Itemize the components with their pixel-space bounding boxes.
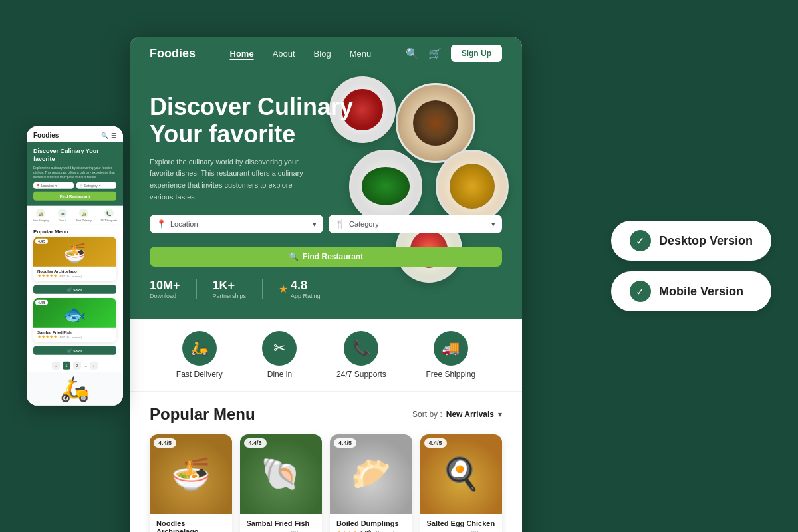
mobile-feature-freeshipping: 🚚 Free Shipping bbox=[33, 209, 49, 222]
mobile-location-select[interactable]: 📍Location▾ bbox=[33, 182, 74, 189]
cart-icon[interactable]: 🛒 bbox=[428, 47, 442, 60]
mobile-add-to-cart-noodles[interactable]: 🛒 $320 bbox=[33, 285, 116, 294]
mobile-card-fish-img: 4.4/5 🐟 bbox=[33, 298, 116, 328]
mobile-header-icons: 🔍 ☰ bbox=[101, 132, 116, 138]
menu-card-noodles[interactable]: 4.4/5 Noodles Archipelago ★★★★★ 4.8/5 30… bbox=[150, 434, 232, 532]
location-chevron: ▾ bbox=[313, 220, 317, 229]
stat-rating: ★ 4.8 App Rating bbox=[279, 279, 321, 299]
chicken-card-name: Salted Egg Chicken bbox=[427, 519, 496, 527]
mobile-freeshipping-icon: 🚚 bbox=[36, 209, 45, 218]
noodles-card-name: Noodles Archipelago bbox=[156, 519, 225, 532]
search-bar: 📍 Location ▾ 🍴 Category ▾ bbox=[150, 215, 502, 233]
features-bar: 🛵 Fast Delivery ✂ Dine in 📞 24/7 Support… bbox=[130, 319, 522, 392]
sort-by-control[interactable]: Sort by : New Arrivals ▾ bbox=[412, 410, 502, 419]
stat-divider-2 bbox=[262, 279, 263, 299]
fast-delivery-label: Fast Delivery bbox=[176, 370, 223, 379]
mobile-pg-next[interactable]: › bbox=[90, 362, 98, 370]
dumplings-card-name: Boiled Dumplings bbox=[336, 519, 406, 527]
mobile-decor: 🛵 bbox=[27, 372, 123, 406]
mobile-version-label: Mobile Version bbox=[659, 285, 743, 299]
stat-divider-1 bbox=[196, 279, 197, 299]
mobile-feature-support: 📞 24/7 Supports bbox=[100, 209, 117, 222]
find-restaurant-button[interactable]: 🔍 Find Restaurant bbox=[150, 247, 502, 267]
location-select[interactable]: 📍 Location ▾ bbox=[150, 215, 323, 233]
mobile-support-icon: 📞 bbox=[104, 209, 114, 218]
version-panel: ✓ Desktop Version ✓ Mobile Version bbox=[611, 221, 771, 311]
mobile-fish-reviews: 4.8/5 (1k+ reviews) bbox=[59, 336, 82, 339]
menu-grid: 4.4/5 Noodles Archipelago ★★★★★ 4.8/5 30… bbox=[150, 434, 502, 532]
free-shipping-label: Free Shipping bbox=[426, 370, 475, 379]
chicken-card-body: Salted Egg Chicken ★★★★★ 4.8/5 1k+ revie… bbox=[420, 514, 503, 532]
dumplings-card-image: 4.4/5 bbox=[330, 434, 412, 514]
signup-button[interactable]: Sign Up bbox=[451, 45, 502, 62]
category-chevron: ▾ bbox=[491, 220, 495, 229]
dumplings-stars: ★★★★ bbox=[336, 529, 358, 532]
menu-card-chicken[interactable]: 4.4/5 Salted Egg Chicken ★★★★★ 4.8/5 1k+… bbox=[420, 434, 503, 532]
feature-247-supports: 📞 24/7 Supports bbox=[336, 331, 386, 379]
mobile-section-title: Popular Menu bbox=[27, 225, 123, 237]
mobile-pg-1[interactable]: 1 bbox=[63, 362, 70, 370]
sort-chevron-icon: ▾ bbox=[498, 410, 502, 419]
mobile-category-select[interactable]: 🍴Category▾ bbox=[76, 182, 117, 189]
hero-description: Explore the culinary world by discoverin… bbox=[150, 156, 309, 203]
mobile-delivery-label: Fast Delivery bbox=[76, 219, 92, 222]
fast-delivery-icon: 🛵 bbox=[182, 331, 217, 366]
mobile-dinein-icon: ✂ bbox=[58, 209, 67, 218]
free-shipping-icon: 🚚 bbox=[434, 331, 468, 366]
hero-section: Discover Culinary Your favorite Explore … bbox=[130, 70, 522, 319]
chicken-card-rating: ★★★★★ 4.8/5 1k+ reviews bbox=[427, 529, 496, 532]
mobile-fish-rating: 4.4/5 bbox=[35, 300, 48, 305]
mobile-mockup: Foodies 🔍 ☰ Discover Culinary Your favor… bbox=[27, 126, 123, 406]
nav-actions: 🔍 🛒 Sign Up bbox=[406, 45, 502, 62]
mobile-search-row: 📍Location▾ 🍴Category▾ bbox=[33, 182, 116, 189]
mobile-add-to-cart-fish[interactable]: 🛒 $320 bbox=[33, 346, 116, 355]
mobile-card-fish: 4.4/5 🐟 Sambal Fried Fish ★★★★★ 4.8/5 (1… bbox=[33, 298, 116, 342]
hero-stats: 10M+ Download 1K+ Partnerships ★ 4.8 App… bbox=[150, 279, 502, 299]
mobile-pg-ellipsis: ... bbox=[84, 364, 87, 368]
mobile-find-btn[interactable]: Find Restaurant bbox=[33, 192, 116, 201]
nav-links: Home About Blog Menu bbox=[230, 49, 372, 59]
section-header: Popular Menu Sort by : New Arrivals ▾ bbox=[150, 405, 502, 424]
desktop-version-badge[interactable]: ✓ Desktop Version bbox=[611, 221, 771, 261]
nav-blog[interactable]: Blog bbox=[314, 49, 331, 59]
dumplings-rating-badge: 4.4/5 bbox=[334, 438, 356, 448]
noodles-card-image: 4.4/5 bbox=[150, 434, 232, 514]
mobile-hero-desc: Explore the culinary world by discoverin… bbox=[33, 166, 116, 180]
dine-in-label: Dine in bbox=[267, 370, 292, 379]
chicken-rating-badge: 4.4/5 bbox=[424, 438, 447, 448]
rating-star-icon: ★ bbox=[279, 283, 288, 295]
fish-card-name: Sambal Fried Fish bbox=[247, 519, 316, 527]
mobile-version-badge[interactable]: ✓ Mobile Version bbox=[611, 271, 771, 311]
search-icon[interactable]: 🔍 bbox=[406, 47, 419, 60]
menu-card-dumplings[interactable]: 4.4/5 Boiled Dumplings ★★★★ 4.0/5 1k+ re… bbox=[330, 434, 412, 532]
mobile-card-fish-body: Sambal Fried Fish ★★★★★ 4.8/5 (1k+ revie… bbox=[33, 328, 116, 342]
mobile-pg-2[interactable]: 2 bbox=[73, 362, 81, 370]
category-icon: 🍴 bbox=[335, 219, 345, 229]
mobile-hero-title: Discover Culinary Your favorite bbox=[33, 148, 116, 163]
nav-about[interactable]: About bbox=[273, 49, 295, 59]
noodles-rating-badge: 4.4/5 bbox=[154, 438, 176, 448]
feature-fast-delivery: 🛵 Fast Delivery bbox=[176, 331, 223, 379]
nav-menu[interactable]: Menu bbox=[350, 49, 372, 59]
nav-home[interactable]: Home bbox=[230, 49, 254, 59]
stat-downloads: 10M+ Download bbox=[150, 279, 180, 299]
desktop-nav: Foodies Home About Blog Menu 🔍 🛒 Sign Up bbox=[130, 37, 522, 70]
stat-partnerships: 1K+ Partnerships bbox=[213, 279, 247, 299]
mobile-feature-delivery: 🛵 Fast Delivery bbox=[76, 209, 92, 222]
247-supports-icon: 📞 bbox=[344, 331, 378, 366]
mobile-hero: Discover Culinary Your favorite Explore … bbox=[27, 142, 123, 206]
fish-card-body: Sambal Fried Fish ★★★★★ 4.8/5 1k+ review… bbox=[240, 514, 323, 532]
category-select[interactable]: 🍴 Category ▾ bbox=[329, 215, 502, 233]
mobile-freeshipping-label: Free Shipping bbox=[33, 219, 49, 222]
dumplings-card-body: Boiled Dumplings ★★★★ 4.0/5 1k+ reviews bbox=[330, 514, 412, 532]
mobile-search-icon[interactable]: 🔍 bbox=[101, 132, 108, 138]
mobile-nav: Foodies 🔍 ☰ bbox=[27, 126, 123, 142]
fish-card-image: 4.4/5 bbox=[240, 434, 323, 514]
mobile-delivery-icon: 🛵 bbox=[79, 209, 88, 218]
menu-card-fish[interactable]: 4.4/5 Sambal Fried Fish ★★★★★ 4.8/5 1k+ … bbox=[240, 434, 323, 532]
mobile-pg-prev[interactable]: ‹ bbox=[52, 362, 60, 370]
mobile-menu-icon[interactable]: ☰ bbox=[111, 132, 116, 138]
section-title: Popular Menu bbox=[150, 405, 255, 424]
desktop-logo: Foodies bbox=[150, 47, 196, 61]
delivery-illustration: 🛵 bbox=[60, 375, 90, 403]
